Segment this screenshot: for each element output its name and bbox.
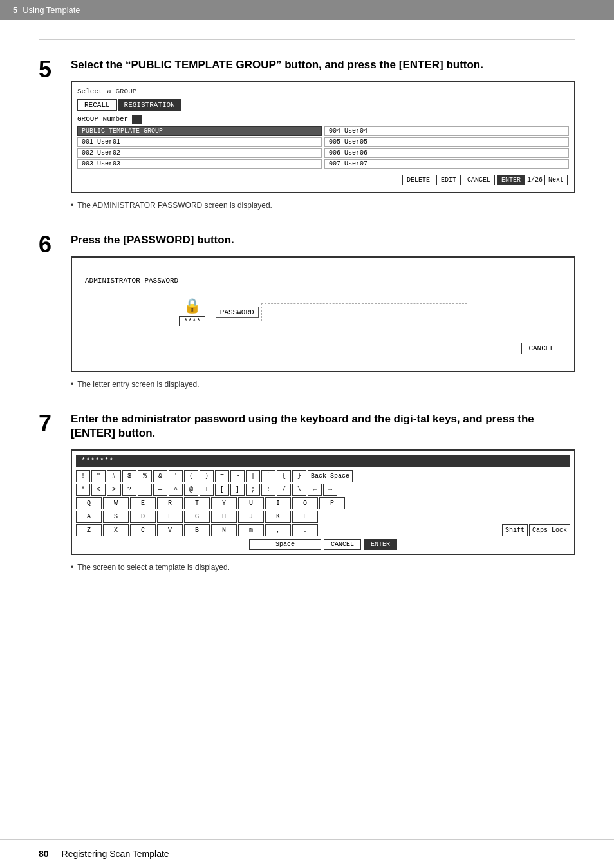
key-lbracket[interactable]: [	[215, 484, 229, 496]
key-l[interactable]: L	[292, 511, 318, 523]
key-b[interactable]: B	[184, 524, 210, 536]
caps-lock-key[interactable]: Caps Lock	[529, 524, 570, 536]
key-gt[interactable]: >	[107, 484, 121, 496]
key-caret[interactable]: ^	[169, 484, 183, 496]
key-quote[interactable]: "	[91, 470, 106, 482]
key-lt[interactable]: <	[91, 484, 106, 496]
kbd-display: *******_	[76, 455, 570, 467]
key-backtick[interactable]: `	[261, 470, 275, 482]
key-y[interactable]: Y	[211, 497, 237, 509]
backspace-key[interactable]: Back Space	[308, 470, 353, 482]
screen2-cancel-button[interactable]: CANCEL	[521, 343, 561, 354]
key-o[interactable]: O	[292, 497, 318, 509]
step6-number: 6	[39, 233, 59, 399]
key-v[interactable]: V	[157, 524, 183, 536]
key-asterisk[interactable]: *	[76, 484, 90, 496]
edit-button[interactable]: EDIT	[436, 175, 461, 185]
key-pipe[interactable]: |	[246, 470, 260, 482]
key-p[interactable]: P	[319, 497, 345, 509]
key-space2[interactable]	[138, 484, 152, 496]
key-z[interactable]: Z	[76, 524, 102, 536]
group-col-left: PUBLIC TEMPLATE GROUP 001 User01 002 Use…	[77, 126, 322, 169]
key-e[interactable]: E	[130, 497, 156, 509]
kbd-footer: Space CANCEL ENTER	[76, 539, 570, 550]
bullet-text3: The screen to select a template is displ…	[77, 563, 230, 572]
delete-button[interactable]: DELETE	[402, 175, 434, 185]
key-rbrace[interactable]: }	[292, 470, 306, 482]
group-item-006[interactable]: 006 User06	[324, 148, 569, 158]
key-f[interactable]: F	[157, 511, 183, 523]
key-lbrace[interactable]: {	[277, 470, 291, 482]
key-period[interactable]: .	[292, 524, 318, 536]
password-button[interactable]: PASSWORD	[216, 307, 259, 318]
key-rbracket[interactable]: ]	[230, 484, 245, 496]
recall-button[interactable]: RECALL	[77, 99, 117, 111]
bullet-dot: •	[71, 201, 73, 210]
key-hash[interactable]: #	[107, 470, 121, 482]
next-button[interactable]: Next	[544, 175, 568, 185]
key-at[interactable]: @	[184, 484, 198, 496]
key-colon[interactable]: :	[261, 484, 275, 496]
kbd-row3: Q W E R T Y U I O P	[76, 497, 570, 509]
key-k[interactable]: K	[265, 511, 291, 523]
key-plus[interactable]: +	[200, 484, 214, 496]
key-semicolon[interactable]: ;	[246, 484, 260, 496]
key-j[interactable]: J	[238, 511, 264, 523]
key-slash[interactable]: /	[277, 484, 291, 496]
cancel-button[interactable]: CANCEL	[463, 175, 495, 185]
key-dollar[interactable]: $	[122, 470, 136, 482]
key-backslash[interactable]: \	[292, 484, 306, 496]
key-question[interactable]: ?	[122, 484, 136, 496]
key-apostrophe[interactable]: '	[169, 470, 183, 482]
bullet-dot2: •	[71, 380, 73, 389]
page-footer: 80 Registering Scan Template	[0, 839, 614, 868]
step5-number: 5	[39, 58, 59, 220]
key-w[interactable]: W	[103, 497, 129, 509]
key-n[interactable]: N	[211, 524, 237, 536]
key-equals[interactable]: =	[215, 470, 229, 482]
key-d[interactable]: D	[130, 511, 156, 523]
key-a[interactable]: A	[76, 511, 102, 523]
key-comma[interactable]: ,	[265, 524, 291, 536]
step6-heading: Press the [PASSWORD] button.	[71, 233, 575, 247]
key-u[interactable]: U	[238, 497, 264, 509]
step6-block: 6 Press the [PASSWORD] button. ADMINISTR…	[39, 233, 575, 399]
enter-button[interactable]: ENTER	[497, 175, 525, 185]
key-h[interactable]: H	[211, 511, 237, 523]
key-dash[interactable]: —	[153, 484, 167, 496]
key-lparen[interactable]: (	[184, 470, 198, 482]
key-m[interactable]: m	[238, 524, 264, 536]
key-t[interactable]: T	[184, 497, 210, 509]
group-item-public[interactable]: PUBLIC TEMPLATE GROUP	[77, 126, 322, 136]
group-item-002[interactable]: 002 User02	[77, 148, 322, 158]
key-g[interactable]: G	[184, 511, 210, 523]
shift-key[interactable]: Shift	[502, 524, 528, 536]
key-i[interactable]: I	[265, 497, 291, 509]
key-r[interactable]: R	[157, 497, 183, 509]
key-x[interactable]: X	[103, 524, 129, 536]
kbd-cancel-button[interactable]: CANCEL	[324, 539, 361, 550]
group-item-001[interactable]: 001 User01	[77, 137, 322, 147]
key-left-arrow[interactable]: ←	[308, 484, 322, 496]
group-item-007[interactable]: 007 User07	[324, 159, 569, 169]
group-item-004[interactable]: 004 User04	[324, 126, 569, 136]
pwd-row: 🔒 **** PASSWORD	[85, 297, 561, 326]
kbd-enter-button[interactable]: ENTER	[364, 539, 397, 550]
key-q[interactable]: Q	[76, 497, 102, 509]
group-list: PUBLIC TEMPLATE GROUP 001 User01 002 Use…	[77, 126, 569, 169]
registration-button[interactable]: REGISTRATION	[118, 99, 181, 111]
group-item-005[interactable]: 005 User05	[324, 137, 569, 147]
key-tilde[interactable]: ~	[230, 470, 245, 482]
key-ampersand[interactable]: &	[153, 470, 167, 482]
space-key[interactable]: Space	[249, 539, 321, 550]
group-item-003[interactable]: 003 User03	[77, 159, 322, 169]
key-rparen[interactable]: )	[200, 470, 214, 482]
screen1-footer: DELETE EDIT CANCEL ENTER 1/26 Next	[77, 173, 569, 187]
key-c[interactable]: C	[130, 524, 156, 536]
key-s[interactable]: S	[103, 511, 129, 523]
group-number-row: GROUP Number	[77, 115, 569, 124]
lock-icon-area: 🔒 ****	[179, 297, 205, 326]
key-exclaim[interactable]: !	[76, 470, 90, 482]
key-right-arrow[interactable]: →	[323, 484, 337, 496]
key-percent[interactable]: %	[138, 470, 152, 482]
